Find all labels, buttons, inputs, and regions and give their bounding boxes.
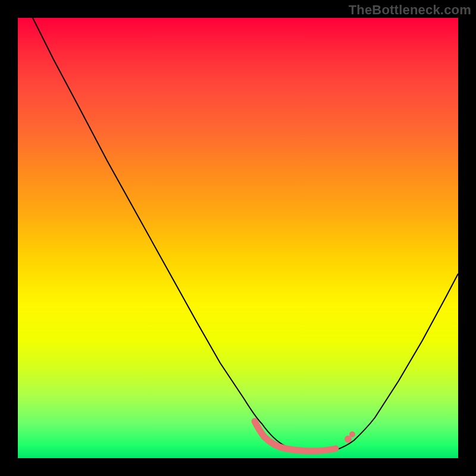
chart-svg [18,18,458,458]
watermark-text: TheBottleneck.com [349,2,471,18]
sweet-spot-end-dot-2 [349,431,355,437]
plot-area [18,18,458,458]
bottleneck-curve [33,18,458,452]
sweet-spot-highlight [255,421,336,451]
chart-frame: TheBottleneck.com [0,0,476,476]
